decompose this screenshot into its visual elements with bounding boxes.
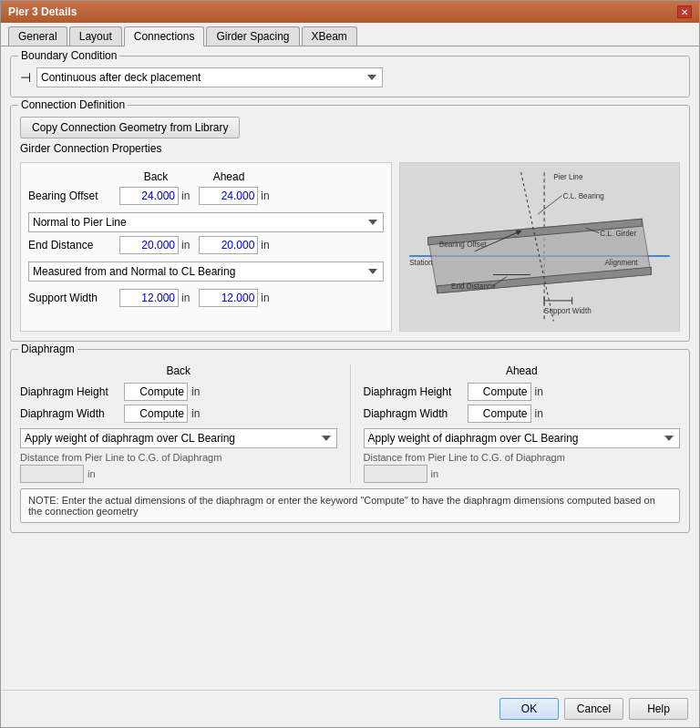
diaphragm-back-width-input[interactable] (124, 405, 188, 423)
boundary-condition-dropdown[interactable]: Continuous after deck placement Pinned F… (36, 67, 383, 87)
girder-diagram: Bearing Offset Pier Line C.L. Bearing C.… (399, 162, 680, 332)
bearing-offset-label: Bearing Offset (28, 190, 119, 202)
diaphragm-back-distance-label: Distance from Pier Line to C.G. of Diaph… (20, 452, 221, 463)
svg-text:Alignment: Alignment (604, 259, 638, 267)
diaphragm-ahead-height-label: Diaphragm Height (364, 385, 464, 398)
diaphragm-ahead-width-unit: in (535, 407, 543, 420)
svg-text:Pier Line: Pier Line (553, 173, 583, 181)
diaphragm-columns: Back Diaphragm Height in Diaphragm Width… (20, 364, 680, 483)
diaphragm-back-col: Back Diaphragm Height in Diaphragm Width… (20, 364, 337, 483)
bearing-offset-back-unit: in (181, 190, 190, 202)
header-back: Back (119, 170, 192, 183)
diaphragm-ahead-height-unit: in (535, 385, 543, 398)
measure-dropdown[interactable]: Measured from and Normal to CL Bearing M… (28, 261, 384, 282)
diaphragm-back-width-label: Diaphragm Width (20, 407, 120, 420)
bearing-offset-row: Bearing Offset in in (28, 187, 384, 205)
girder-connection-props: Girder Connection Properties Back Ahead … (20, 142, 680, 332)
connection-diagram-svg: Bearing Offset Pier Line C.L. Bearing C.… (400, 163, 679, 331)
svg-text:Station: Station (409, 259, 432, 267)
support-width-ahead-input[interactable] (199, 289, 258, 307)
diaphragm-back-distance-row: Distance from Pier Line to C.G. of Diaph… (20, 452, 337, 463)
diaphragm-back-apply-dropdown[interactable]: Apply weight of diaphragm over CL Bearin… (20, 428, 337, 448)
support-width-label: Support Width (28, 292, 119, 304)
diaphragm-note: NOTE: Enter the actual dimensions of the… (20, 488, 680, 523)
diaphragm-ahead-col: Ahead Diaphragm Height in Diaphragm Widt… (364, 364, 681, 483)
tab-general[interactable]: General (8, 26, 67, 46)
diaphragm-back-width-unit: in (191, 407, 200, 420)
bearing-offset-back-input[interactable] (119, 187, 179, 205)
support-width-back-unit: in (181, 292, 190, 304)
diaphragm-ahead-distance-row: Distance from Pier Line to C.G. of Diaph… (364, 452, 681, 463)
svg-text:C.L. Girder: C.L. Girder (600, 230, 636, 238)
connection-definition-label: Connection Definition (18, 98, 128, 111)
boundary-condition-icon: ⊣ (20, 70, 31, 85)
tab-layout[interactable]: Layout (69, 26, 122, 46)
girder-props-left: Back Ahead Bearing Offset in in (20, 162, 392, 332)
diaphragm-back-distance-input-row: in (20, 465, 337, 483)
diaphragm-back-height-unit: in (191, 385, 200, 398)
svg-text:C.L. Bearing: C.L. Bearing (562, 192, 603, 200)
bearing-offset-ahead-unit: in (261, 190, 269, 202)
tab-xbeam[interactable]: XBeam (302, 26, 357, 46)
diaphragm-section-label: Diaphragm (18, 343, 77, 355)
diaphragm-ahead-apply-dropdown[interactable]: Apply weight of diaphragm over CL Bearin… (364, 428, 681, 448)
support-width-row: Support Width in in (28, 289, 384, 307)
help-button[interactable]: Help (629, 698, 688, 720)
end-distance-label: End Distance (28, 239, 119, 251)
cancel-button[interactable]: Cancel (564, 698, 623, 720)
boundary-condition-label: Boundary Condition (18, 49, 119, 62)
title-bar: Pier 3 Details ✕ (1, 1, 699, 23)
main-content: Boundary Condition ⊣ Continuous after de… (1, 46, 699, 690)
diaphragm-ahead-width-input[interactable] (468, 405, 531, 423)
diaphragm-ahead-width-row: Diaphragm Width in (364, 405, 681, 423)
main-window: Pier 3 Details ✕ General Layout Connecti… (0, 0, 700, 728)
copy-connection-button[interactable]: Copy Connection Geometry from Library (20, 117, 240, 138)
support-width-back-input[interactable] (119, 289, 179, 307)
svg-text:Support Width: Support Width (544, 307, 592, 315)
diaphragm-back-distance-input[interactable] (20, 465, 84, 483)
diaphragm-divider (350, 364, 351, 483)
header-ahead: Ahead (192, 170, 265, 183)
diaphragm-section: Diaphragm Back Diaphragm Height in Diaph… (10, 349, 690, 533)
end-distance-row: End Distance in in (28, 236, 384, 254)
girder-props-container: Back Ahead Bearing Offset in in (20, 162, 680, 332)
diaphragm-ahead-distance-input-row: in (364, 465, 681, 483)
end-distance-back-unit: in (181, 239, 190, 251)
tab-bar: General Layout Connections Girder Spacin… (1, 23, 699, 46)
boundary-condition-row: ⊣ Continuous after deck placement Pinned… (20, 67, 680, 87)
diaphragm-ahead-header: Ahead (364, 364, 681, 377)
diaphragm-ahead-height-input[interactable] (468, 383, 531, 401)
diaphragm-back-height-label: Diaphragm Height (20, 385, 120, 398)
diaphragm-ahead-height-row: Diaphragm Height in (364, 383, 681, 401)
footer: OK Cancel Help (1, 690, 699, 727)
props-header: Back Ahead (28, 170, 384, 183)
connection-definition-group: Connection Definition Copy Connection Ge… (10, 105, 690, 342)
bearing-offset-ahead-input[interactable] (199, 187, 258, 205)
diaphragm-ahead-distance-unit: in (431, 468, 439, 479)
girder-connection-label: Girder Connection Properties (20, 142, 680, 155)
ok-button[interactable]: OK (499, 698, 559, 720)
end-distance-ahead-input[interactable] (199, 236, 258, 254)
tab-connections[interactable]: Connections (124, 26, 205, 46)
diaphragm-back-distance-unit: in (88, 468, 96, 479)
diaphragm-ahead-width-label: Diaphragm Width (364, 407, 464, 420)
end-distance-ahead-unit: in (261, 239, 269, 251)
svg-text:Bearing Offset: Bearing Offset (439, 241, 488, 249)
tab-girder-spacing[interactable]: Girder Spacing (206, 26, 299, 46)
orientation-dropdown[interactable]: Normal to Pier Line Parallel to Alignmen… (28, 212, 384, 232)
diaphragm-back-height-input[interactable] (124, 383, 188, 401)
end-distance-back-input[interactable] (119, 236, 179, 254)
support-width-ahead-unit: in (261, 292, 269, 304)
boundary-condition-group: Boundary Condition ⊣ Continuous after de… (10, 56, 690, 97)
diaphragm-back-width-row: Diaphragm Width in (20, 405, 337, 423)
diaphragm-ahead-distance-label: Distance from Pier Line to C.G. of Diaph… (364, 452, 565, 463)
close-button[interactable]: ✕ (677, 5, 692, 18)
window-title: Pier 3 Details (8, 5, 77, 18)
diaphragm-ahead-distance-input[interactable] (364, 465, 427, 483)
diaphragm-back-height-row: Diaphragm Height in (20, 383, 337, 401)
svg-text:End Distance: End Distance (451, 282, 496, 291)
diaphragm-back-header: Back (20, 364, 337, 377)
